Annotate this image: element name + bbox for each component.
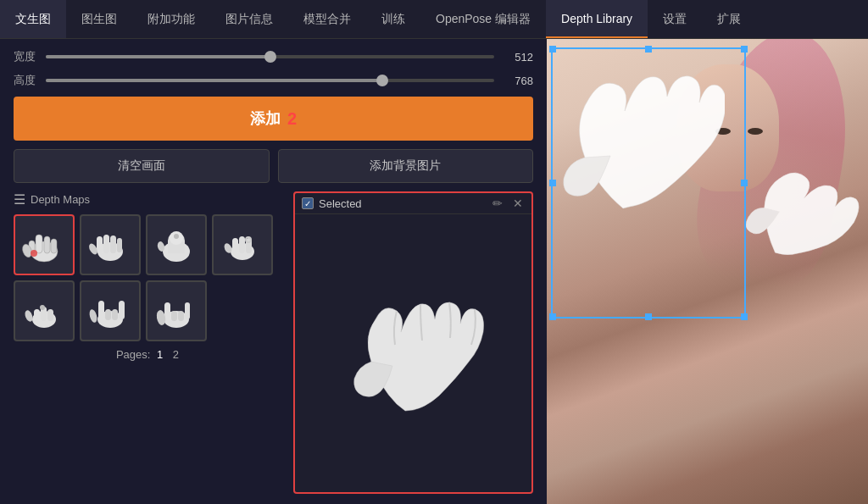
- add-bg-button[interactable]: 添加背景图片: [278, 149, 534, 183]
- svg-rect-26: [34, 309, 40, 321]
- width-track[interactable]: [46, 55, 494, 58]
- svg-rect-33: [105, 309, 111, 320]
- width-slider-row: 宽度 512: [14, 49, 533, 64]
- nav-item-settings[interactable]: 设置: [648, 0, 702, 38]
- nav-item-extras[interactable]: 附加功能: [132, 0, 210, 38]
- nav-item-txt2img[interactable]: 文生图: [0, 0, 66, 38]
- selected-panel-label: Selected: [319, 197, 486, 210]
- height-track[interactable]: [46, 79, 494, 82]
- thumb-grid-row1: [14, 214, 285, 275]
- svg-rect-8: [97, 236, 103, 253]
- nav-item-img2img[interactable]: 图生图: [66, 0, 132, 38]
- thumb-item-3[interactable]: [146, 214, 207, 275]
- pages-label: Pages:: [116, 348, 150, 361]
- thumb-item-6[interactable]: [80, 280, 141, 341]
- clear-button[interactable]: 清空画面: [14, 149, 270, 183]
- depth-maps-icon: ☰: [14, 191, 25, 208]
- depth-maps-left: ☰ Depth Maps: [14, 191, 285, 494]
- height-slider-row: 高度 768: [14, 73, 533, 88]
- right-panel[interactable]: [547, 39, 868, 504]
- selected-panel: ✓ Selected ✏ ✕: [293, 191, 533, 494]
- svg-point-30: [40, 305, 45, 310]
- svg-rect-34: [112, 309, 118, 320]
- checkbox-icon: ✓: [304, 199, 311, 208]
- thumb-item-5[interactable]: [14, 280, 75, 341]
- hand-icon-3: [151, 219, 202, 270]
- add-button[interactable]: 添加 2: [14, 97, 533, 141]
- hand-icon-6: [85, 285, 136, 336]
- nav-item-train[interactable]: 训练: [366, 0, 420, 38]
- nav-bar: 文生图 图生图 附加功能 图片信息 模型合并 训练 OpenPose 编辑器 D…: [0, 0, 868, 39]
- svg-rect-11: [117, 238, 122, 252]
- nav-item-openpose[interactable]: OpenPose 编辑器: [420, 0, 546, 38]
- height-value: 768: [503, 75, 533, 87]
- svg-rect-10: [110, 235, 116, 253]
- page-1-link[interactable]: 1: [157, 348, 163, 361]
- selected-preview: [295, 214, 531, 492]
- close-selected-button[interactable]: ✕: [511, 197, 525, 210]
- height-label: 高度: [14, 73, 37, 88]
- svg-rect-38: [164, 302, 170, 319]
- hand-icon-2: [85, 219, 136, 270]
- svg-rect-2: [44, 236, 50, 253]
- svg-point-36: [88, 308, 98, 324]
- depth-hand-1: [555, 56, 725, 225]
- svg-rect-20: [232, 238, 238, 253]
- svg-rect-9: [103, 235, 109, 253]
- svg-rect-40: [178, 311, 184, 321]
- main-layout: 宽度 512 高度 768 添加 2 清空画面 添加背景图片: [0, 39, 868, 504]
- svg-rect-3: [51, 239, 57, 253]
- hand-icon-5: [19, 285, 70, 336]
- thumb-grid-row2: [14, 280, 285, 341]
- thumb-item-4[interactable]: [212, 214, 273, 275]
- width-label: 宽度: [14, 49, 37, 64]
- svg-rect-41: [185, 302, 190, 319]
- nav-item-imginfo[interactable]: 图片信息: [210, 0, 288, 38]
- thumb-item-1[interactable]: [14, 214, 75, 275]
- svg-rect-21: [239, 236, 245, 253]
- pages-row: Pages: 1 2: [14, 348, 285, 361]
- depth-maps-header: ☰ Depth Maps: [14, 191, 285, 208]
- width-thumb[interactable]: [264, 51, 276, 63]
- svg-rect-32: [98, 301, 104, 319]
- selected-actions: ✏ ✕: [491, 197, 525, 210]
- edit-selected-button[interactable]: ✏: [491, 197, 504, 210]
- svg-rect-28: [47, 309, 53, 321]
- canvas-area: [547, 39, 868, 504]
- depth-maps-section: ☰ Depth Maps: [14, 191, 533, 494]
- secondary-btn-row: 清空画面 添加背景图片: [14, 149, 533, 183]
- thumb-item-2[interactable]: [80, 214, 141, 275]
- hand-icon-7: [151, 285, 202, 336]
- selected-panel-header: ✓ Selected ✏ ✕: [295, 193, 531, 214]
- svg-rect-35: [119, 301, 125, 319]
- svg-rect-39: [171, 311, 177, 321]
- width-value: 512: [503, 51, 533, 64]
- add-badge: 2: [287, 109, 297, 129]
- hand-icon-1: [19, 219, 70, 270]
- width-fill: [46, 55, 270, 58]
- left-panel: 宽度 512 高度 768 添加 2 清空画面 添加背景图片: [0, 39, 547, 504]
- add-label: 添加: [250, 108, 281, 129]
- selected-hand-preview: [329, 285, 498, 421]
- nav-item-extensions[interactable]: 扩展: [702, 0, 756, 38]
- nav-item-modelmerge[interactable]: 模型合并: [288, 0, 366, 38]
- thumb-item-7[interactable]: [146, 280, 207, 341]
- svg-point-18: [174, 234, 179, 239]
- page-2-link[interactable]: 2: [173, 348, 179, 361]
- depth-maps-label: Depth Maps: [31, 193, 90, 206]
- nav-item-depthlibrary[interactable]: Depth Library: [546, 0, 648, 38]
- selected-checkbox[interactable]: ✓: [302, 197, 314, 209]
- hand-icon-4: [217, 219, 268, 270]
- svg-rect-1: [36, 235, 42, 253]
- height-fill: [46, 79, 382, 82]
- height-thumb[interactable]: [376, 75, 388, 86]
- eye-right: [748, 128, 763, 135]
- svg-point-6: [31, 250, 37, 257]
